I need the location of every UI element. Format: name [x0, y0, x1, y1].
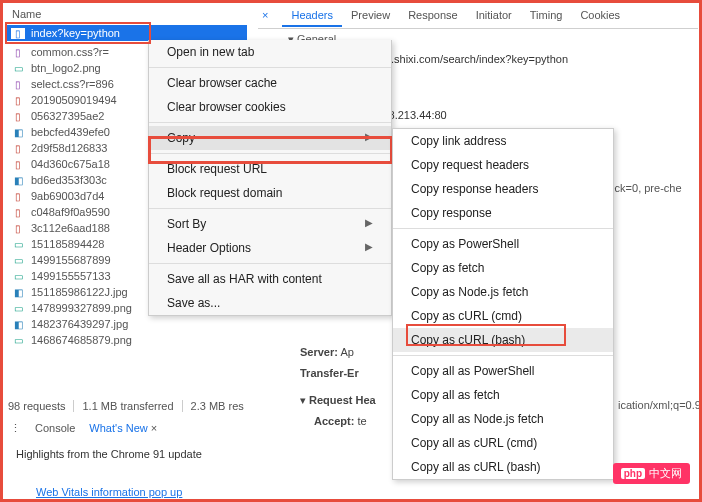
file-name: 1468674685879.png [31, 334, 132, 346]
logo-cn: 中文网 [649, 466, 682, 481]
chevron-right-icon: ▶ [365, 131, 373, 142]
file-icon: ▯ [11, 207, 25, 218]
copy-all-as-fetch[interactable]: Copy all as fetch [393, 383, 613, 407]
ctx-save-as[interactable]: Save as... [149, 291, 391, 315]
file-name: 151185986122J.jpg [31, 286, 128, 298]
watermark-logo: php 中文网 [613, 463, 690, 484]
logo-brand: php [621, 468, 645, 479]
file-name: 151185894428 [31, 238, 104, 250]
file-name: 1499155557133 [31, 270, 111, 282]
file-icon: ▭ [11, 63, 25, 74]
copy-all-as-powershell[interactable]: Copy all as PowerShell [393, 359, 613, 383]
network-request-row[interactable]: ▭1468674685879.png [7, 332, 247, 348]
file-icon: ◧ [11, 175, 25, 186]
file-name: 9ab69003d7d4 [31, 190, 104, 202]
close-icon[interactable]: × [151, 422, 157, 434]
ctx-clear-cache[interactable]: Clear browser cache [149, 71, 391, 95]
network-status-bar: 98 requests 1.1 MB transferred 2.3 MB re… [8, 400, 252, 412]
file-icon: ▯ [11, 95, 25, 106]
drawer-tab-console[interactable]: Console [35, 422, 75, 435]
tab-timing[interactable]: Timing [521, 5, 572, 27]
file-name: 1478999327899.png [31, 302, 132, 314]
file-name: btn_logo2.png [31, 62, 101, 74]
file-name: select.css?r=896 [31, 78, 114, 90]
ctx-copy[interactable]: Copy▶ [149, 126, 391, 150]
file-icon: ▭ [11, 255, 25, 266]
copy-as-fetch[interactable]: Copy as fetch [393, 256, 613, 280]
status-requests: 98 requests [8, 400, 74, 412]
close-panel-icon[interactable]: × [258, 5, 272, 27]
network-request-row[interactable]: ◧1482376439297.jpg [7, 316, 247, 332]
ctx-open-new-tab[interactable]: Open in new tab [149, 40, 391, 64]
copy-request-headers[interactable]: Copy request headers [393, 153, 613, 177]
file-icon: ▯ [11, 79, 25, 90]
copy-response[interactable]: Copy response [393, 201, 613, 225]
devtools-tabs: × Headers Preview Response Initiator Tim… [258, 5, 629, 27]
file-icon: ▯ [11, 159, 25, 170]
copy-as-powershell[interactable]: Copy as PowerShell [393, 232, 613, 256]
file-name: 3c112e6aad188 [31, 222, 110, 234]
copy-as-curl-bash[interactable]: Copy as cURL (bash) [393, 328, 613, 352]
ctx-sort-by[interactable]: Sort By▶ [149, 212, 391, 236]
file-name: bebcfed439efe0 [31, 126, 110, 138]
file-icon: ▭ [11, 271, 25, 282]
selected-file-name: index?key=python [31, 27, 120, 39]
status-transferred: 1.1 MB transferred [82, 400, 182, 412]
file-icon: ▭ [11, 239, 25, 250]
file-name: 2d9f58d126833 [31, 142, 107, 154]
file-name: 1499155687899 [31, 254, 111, 266]
copy-all-as-curl-cmd[interactable]: Copy all as cURL (cmd) [393, 431, 613, 455]
copy-as-curl-cmd[interactable]: Copy as cURL (cmd) [393, 304, 613, 328]
file-name: 20190509019494 [31, 94, 117, 106]
file-icon: ▭ [11, 303, 25, 314]
chevron-right-icon: ▶ [365, 217, 373, 228]
tab-initiator[interactable]: Initiator [467, 5, 521, 27]
file-icon: ▯ [11, 111, 25, 122]
file-name: bd6ed353f303c [31, 174, 107, 186]
ctx-block-domain[interactable]: Block request domain [149, 181, 391, 205]
whatsnew-link[interactable]: Web Vitals information pop up [36, 486, 182, 498]
copy-response-headers[interactable]: Copy response headers [393, 177, 613, 201]
response-headers-fragment: Server: Ap Transfer-Er ▾ Request Hea Acc… [300, 342, 376, 432]
drawer-tab-whatsnew[interactable]: What's New × [89, 422, 157, 435]
file-icon: ◧ [11, 287, 25, 298]
file-name: 1482376439297.jpg [31, 318, 128, 330]
file-name: 056327395ae2 [31, 110, 104, 122]
ctx-save-har[interactable]: Save all as HAR with content [149, 267, 391, 291]
status-resources: 2.3 MB res [191, 400, 252, 412]
context-menu-primary: Open in new tab Clear browser cache Clea… [148, 40, 392, 316]
column-header-name[interactable]: Name [6, 4, 47, 24]
file-icon: ▭ [11, 335, 25, 346]
file-name: c048af9f0a9590 [31, 206, 110, 218]
tab-preview[interactable]: Preview [342, 5, 399, 27]
copy-link-address[interactable]: Copy link address [393, 129, 613, 153]
whatsnew-heading: Highlights from the Chrome 91 update [16, 448, 202, 460]
file-icon: ▯ [11, 143, 25, 154]
file-icon: ◧ [11, 127, 25, 138]
file-name: 04d360c675a18 [31, 158, 110, 170]
copy-as-nodejs-fetch[interactable]: Copy as Node.js fetch [393, 280, 613, 304]
drawer-menu-icon[interactable]: ⋮ [10, 422, 21, 435]
file-name: common.css?r= [31, 46, 109, 58]
ctx-block-url[interactable]: Block request URL [149, 157, 391, 181]
ctx-clear-cookies[interactable]: Clear browser cookies [149, 95, 391, 119]
file-icon: ◧ [11, 319, 25, 330]
context-menu-copy-submenu: Copy link address Copy request headers C… [392, 128, 614, 480]
copy-all-as-nodejs-fetch[interactable]: Copy all as Node.js fetch [393, 407, 613, 431]
accept-value-fragment: ication/xml;q=0.9,image/avif, [618, 399, 702, 411]
file-icon: ▯ [11, 47, 25, 58]
file-icon: ▯ [11, 28, 25, 39]
tab-headers[interactable]: Headers [282, 5, 342, 27]
tab-response[interactable]: Response [399, 5, 467, 27]
selected-request-row[interactable]: ▯ index?key=python [7, 25, 247, 41]
drawer-tabs: ⋮ Console What's New × [10, 422, 157, 435]
ctx-header-options[interactable]: Header Options▶ [149, 236, 391, 260]
file-icon: ▯ [11, 223, 25, 234]
file-icon: ▯ [11, 191, 25, 202]
chevron-right-icon: ▶ [365, 241, 373, 252]
tab-cookies[interactable]: Cookies [571, 5, 629, 27]
copy-all-as-curl-bash[interactable]: Copy all as cURL (bash) [393, 455, 613, 479]
